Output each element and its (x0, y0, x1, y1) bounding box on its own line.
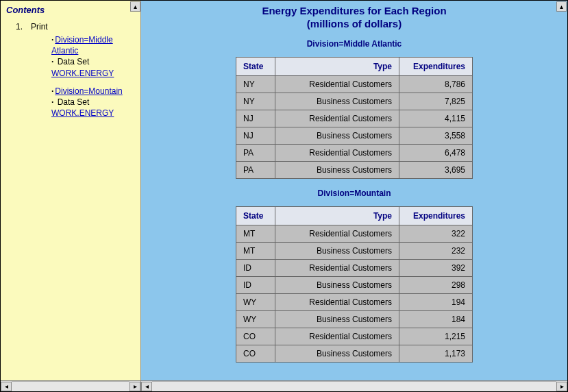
cell-state: PA (236, 162, 275, 179)
cell-exp: 298 (399, 277, 473, 294)
toc-link-dataset-mountain[interactable]: WORK.ENERGY (51, 108, 114, 118)
cell-exp: 8,786 (399, 76, 473, 93)
report-pane[interactable]: Energy Expenditures for Each Region (mil… (141, 1, 567, 392)
table-row: PAResidential Customers6,478 (236, 145, 473, 162)
horizontal-scrollbars: ◂ ▸ ◂ ▸ (1, 380, 567, 391)
cell-exp: 392 (399, 260, 473, 277)
cell-type: Residential Customers (275, 260, 399, 277)
report-title-line2: (millions of dollars) (141, 18, 567, 29)
scrollbar-track[interactable] (12, 381, 129, 392)
table-row: PABusiness Customers3,695 (236, 162, 473, 179)
cell-type: Residential Customers (275, 225, 399, 243)
col-header-state: State (236, 207, 275, 225)
scroll-left-icon[interactable]: ◂ (1, 382, 12, 391)
table-row: IDBusiness Customers298 (236, 277, 473, 294)
cell-state: WY (236, 294, 275, 311)
table-row: IDResidential Customers392 (236, 260, 473, 277)
data-table: StateTypeExpendituresNYResidential Custo… (236, 57, 473, 179)
division-label: Division=Middle Atlantic (141, 39, 567, 49)
table-row: WYBusiness Customers184 (236, 311, 473, 328)
scrollbar-track[interactable] (152, 381, 556, 392)
toc-dataset-text: Data Set (58, 97, 90, 107)
cell-type: Residential Customers (275, 145, 399, 162)
cell-state: NY (236, 76, 275, 93)
table-row: WYResidential Customers194 (236, 294, 473, 311)
cell-state: NY (236, 93, 275, 110)
contents-pane[interactable]: Contents 1. Print Division=Middle Atlant… (1, 1, 140, 380)
col-header-type: Type (275, 207, 399, 225)
toc-link-division-mountain[interactable]: Division=Mountain (55, 86, 122, 96)
table-row: MTResidential Customers322 (236, 225, 473, 243)
data-table: StateTypeExpendituresMTResidential Custo… (236, 206, 473, 363)
list-number: 1. (6, 22, 28, 119)
toc-tree: Division=Middle Atlantic Data Set WORK.E… (28, 34, 139, 119)
cell-exp: 1,173 (399, 345, 473, 363)
table-row: NYBusiness Customers7,825 (236, 93, 473, 110)
cell-state: NJ (236, 127, 275, 145)
cell-type: Residential Customers (275, 76, 399, 93)
toc-link-division-middle-atlantic[interactable]: Division=Middle Atlantic (51, 35, 113, 56)
table-row: NJBusiness Customers3,558 (236, 127, 473, 145)
cell-type: Business Customers (275, 345, 399, 363)
cell-state: NJ (236, 110, 275, 127)
cell-state: MT (236, 243, 275, 260)
app-window: Contents 1. Print Division=Middle Atlant… (0, 0, 568, 392)
cell-exp: 3,558 (399, 127, 473, 145)
cell-exp: 232 (399, 243, 473, 260)
col-header-expenditures: Expenditures (399, 207, 473, 225)
col-header-type: Type (275, 58, 399, 76)
cell-type: Residential Customers (275, 328, 399, 345)
cell-exp: 4,115 (399, 110, 473, 127)
cell-type: Business Customers (275, 162, 399, 179)
cell-state: CO (236, 328, 275, 345)
cell-exp: 1,215 (399, 328, 473, 345)
cell-state: ID (236, 277, 275, 294)
table-row: COBusiness Customers1,173 (236, 345, 473, 363)
cell-exp: 194 (399, 294, 473, 311)
cell-state: ID (236, 260, 275, 277)
cell-state: CO (236, 345, 275, 363)
scroll-left-icon[interactable]: ◂ (141, 382, 152, 391)
cell-type: Business Customers (275, 277, 399, 294)
cell-exp: 6,478 (399, 145, 473, 162)
contents-title: Contents (6, 5, 139, 15)
cell-type: Residential Customers (275, 110, 399, 127)
table-row: MTBusiness Customers232 (236, 243, 473, 260)
cell-type: Business Customers (275, 243, 399, 260)
col-header-state: State (236, 58, 275, 76)
cell-state: WY (236, 311, 275, 328)
left-column: Contents 1. Print Division=Middle Atlant… (1, 1, 141, 380)
cell-exp: 3,695 (399, 162, 473, 179)
col-header-expenditures: Expenditures (399, 58, 473, 76)
cell-type: Business Customers (275, 127, 399, 145)
cell-state: MT (236, 225, 275, 243)
cell-type: Business Customers (275, 93, 399, 110)
scroll-up-icon[interactable]: ▴ (556, 1, 567, 12)
cell-exp: 322 (399, 225, 473, 243)
scroll-right-icon[interactable]: ▸ (556, 382, 567, 391)
print-label: Print (28, 22, 48, 32)
cell-type: Business Customers (275, 311, 399, 328)
cell-exp: 7,825 (399, 93, 473, 110)
scroll-right-icon[interactable]: ▸ (129, 382, 140, 391)
cell-exp: 184 (399, 311, 473, 328)
scroll-up-icon[interactable]: ▴ (130, 1, 140, 12)
report-title-line1: Energy Expenditures for Each Region (141, 5, 567, 16)
toc-dataset-text: Data Set (58, 57, 90, 66)
cell-type: Residential Customers (275, 294, 399, 311)
division-label: Division=Mountain (141, 188, 567, 198)
toc-link-dataset-middle-atlantic[interactable]: WORK.ENERGY (51, 69, 114, 78)
table-row: NJResidential Customers4,115 (236, 110, 473, 127)
frameset: Contents 1. Print Division=Middle Atlant… (1, 1, 567, 380)
cell-state: PA (236, 145, 275, 162)
table-row: COResidential Customers1,215 (236, 328, 473, 345)
right-column: Energy Expenditures for Each Region (mil… (141, 1, 567, 380)
table-row: NYResidential Customers8,786 (236, 76, 473, 93)
